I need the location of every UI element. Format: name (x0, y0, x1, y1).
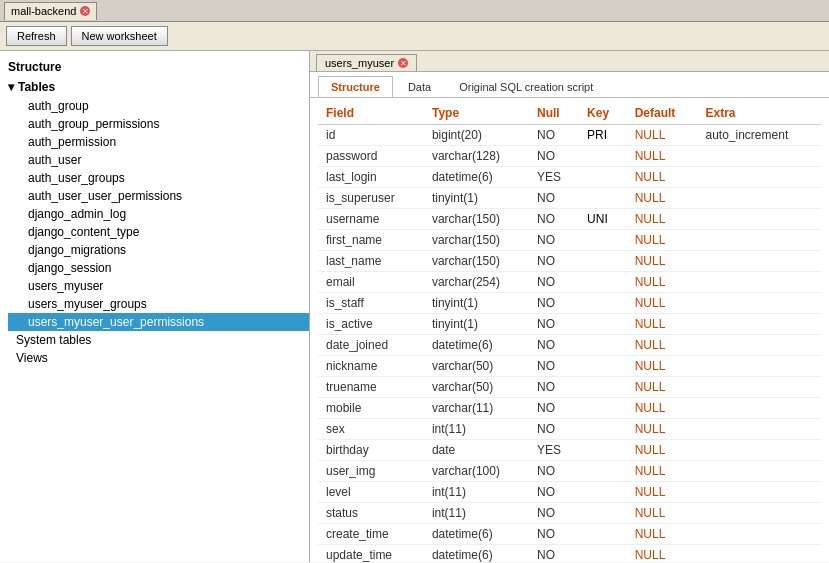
cell-null: NO (529, 125, 579, 146)
cell-field: create_time (318, 524, 424, 545)
table-item[interactable]: auth_group_permissions (8, 115, 309, 133)
cell-default: NULL (627, 503, 698, 524)
cell-null: NO (529, 398, 579, 419)
cell-default: NULL (627, 398, 698, 419)
table-row: update_timedatetime(6)NONULL (318, 545, 821, 563)
cell-extra (698, 377, 822, 398)
cell-null: NO (529, 503, 579, 524)
cell-null: NO (529, 482, 579, 503)
col-header-field: Field (318, 102, 424, 125)
cell-key (579, 167, 627, 188)
cell-extra (698, 167, 822, 188)
right-tabbar: users_myuser ✕ (310, 51, 829, 72)
cell-type: datetime(6) (424, 167, 529, 188)
table-item[interactable]: django_migrations (8, 241, 309, 259)
table-item[interactable]: users_myuser (8, 277, 309, 295)
table-row: date_joineddatetime(6)NONULL (318, 335, 821, 356)
table-row: is_stafftinyint(1)NONULL (318, 293, 821, 314)
table-row: passwordvarchar(128)NONULL (318, 146, 821, 167)
cell-field: password (318, 146, 424, 167)
table-container[interactable]: FieldTypeNullKeyDefaultExtra idbigint(20… (310, 98, 829, 562)
cell-type: int(11) (424, 419, 529, 440)
cell-type: tinyint(1) (424, 188, 529, 209)
table-item[interactable]: django_session (8, 259, 309, 277)
cell-type: varchar(128) (424, 146, 529, 167)
cell-extra (698, 419, 822, 440)
cell-default: NULL (627, 545, 698, 563)
cell-extra (698, 314, 822, 335)
structure-label: Structure (0, 57, 309, 77)
cell-null: NO (529, 335, 579, 356)
main-tab[interactable]: mall-backend ✕ (4, 2, 97, 20)
views-item[interactable]: Views (0, 349, 309, 367)
new-worksheet-button[interactable]: New worksheet (71, 26, 168, 46)
cell-default: NULL (627, 335, 698, 356)
content-tabs: StructureDataOriginal SQL creation scrip… (310, 72, 829, 98)
cell-extra (698, 461, 822, 482)
cell-type: tinyint(1) (424, 314, 529, 335)
cell-extra (698, 482, 822, 503)
table-item[interactable]: auth_user_groups (8, 169, 309, 187)
table-item[interactable]: users_myuser_groups (8, 295, 309, 313)
cell-type: bigint(20) (424, 125, 529, 146)
content-tab-data[interactable]: Data (395, 76, 444, 97)
table-row: mobilevarchar(11)NONULL (318, 398, 821, 419)
table-item[interactable]: auth_user_user_permissions (8, 187, 309, 205)
right-tab-title[interactable]: users_myuser ✕ (316, 54, 417, 71)
col-header-null: Null (529, 102, 579, 125)
cell-type: varchar(150) (424, 230, 529, 251)
table-row: usernamevarchar(150)NOUNINULL (318, 209, 821, 230)
content-tab-structure[interactable]: Structure (318, 76, 393, 97)
table-row: user_imgvarchar(100)NONULL (318, 461, 821, 482)
right-tab-close[interactable]: ✕ (398, 58, 408, 68)
cell-default: NULL (627, 146, 698, 167)
cell-field: user_img (318, 461, 424, 482)
cell-extra (698, 251, 822, 272)
toolbar: Refresh New worksheet (0, 22, 829, 51)
table-item[interactable]: users_myuser_user_permissions (8, 313, 309, 331)
table-item[interactable]: auth_permission (8, 133, 309, 151)
cell-key (579, 545, 627, 563)
cell-type: tinyint(1) (424, 293, 529, 314)
cell-field: last_name (318, 251, 424, 272)
cell-key: UNI (579, 209, 627, 230)
table-item[interactable]: django_admin_log (8, 205, 309, 223)
cell-field: sex (318, 419, 424, 440)
cell-null: NO (529, 314, 579, 335)
cell-field: birthday (318, 440, 424, 461)
table-row: truenamevarchar(50)NONULL (318, 377, 821, 398)
refresh-button[interactable]: Refresh (6, 26, 67, 46)
cell-null: NO (529, 356, 579, 377)
cell-default: NULL (627, 440, 698, 461)
cell-type: varchar(150) (424, 209, 529, 230)
system-tables-item[interactable]: System tables (0, 331, 309, 349)
table-item[interactable]: auth_user (8, 151, 309, 169)
main-tab-close[interactable]: ✕ (80, 6, 90, 16)
cell-null: YES (529, 167, 579, 188)
cell-default: NULL (627, 524, 698, 545)
cell-type: int(11) (424, 503, 529, 524)
content-tab-original-sql-creation-script[interactable]: Original SQL creation script (446, 76, 606, 97)
table-row: nicknamevarchar(50)NONULL (318, 356, 821, 377)
table-header-row: FieldTypeNullKeyDefaultExtra (318, 102, 821, 125)
table-item[interactable]: django_content_type (8, 223, 309, 241)
cell-null: NO (529, 230, 579, 251)
cell-default: NULL (627, 356, 698, 377)
cell-null: NO (529, 293, 579, 314)
cell-field: is_staff (318, 293, 424, 314)
cell-default: NULL (627, 167, 698, 188)
cell-key (579, 356, 627, 377)
col-header-key: Key (579, 102, 627, 125)
cell-type: varchar(11) (424, 398, 529, 419)
cell-field: email (318, 272, 424, 293)
cell-field: is_superuser (318, 188, 424, 209)
table-row: birthdaydateYESNULL (318, 440, 821, 461)
cell-key: PRI (579, 125, 627, 146)
cell-type: date (424, 440, 529, 461)
tables-parent[interactable]: ▾ Tables (0, 77, 309, 97)
cell-type: varchar(150) (424, 251, 529, 272)
table-item[interactable]: auth_group (8, 97, 309, 115)
cell-field: last_login (318, 167, 424, 188)
col-header-extra: Extra (698, 102, 822, 125)
cell-field: status (318, 503, 424, 524)
